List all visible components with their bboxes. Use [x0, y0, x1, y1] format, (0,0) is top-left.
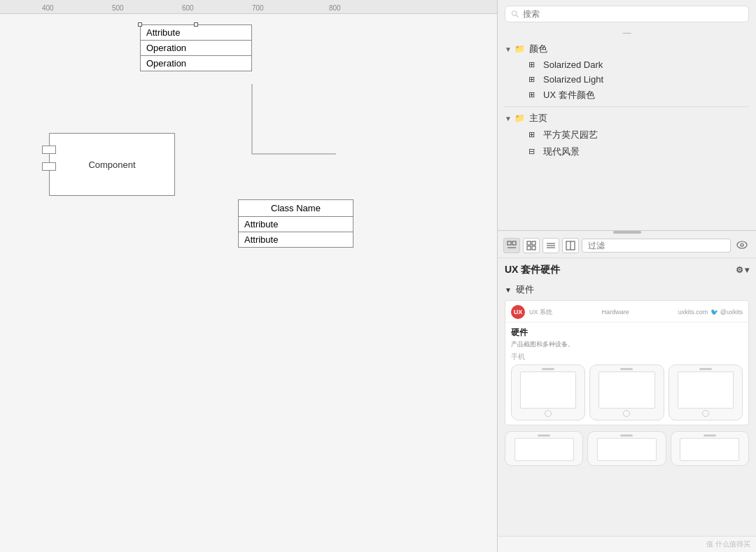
svg-line-3 [516, 15, 518, 17]
ruler-mark-600: 600 [182, 4, 194, 12]
filter-input-wrap[interactable] [582, 239, 731, 253]
tree-group-home-header[interactable]: ▼ 📁 主页 [505, 110, 749, 127]
handle-bc[interactable] [194, 22, 198, 27]
ux-card-links: uxkits.com 🐦 @uxkits [678, 309, 743, 316]
svg-rect-5 [512, 241, 516, 245]
svg-rect-10 [532, 246, 536, 250]
grid-icon-solarized-light: ⊞ [528, 75, 540, 85]
phone-mockup-1 [511, 365, 585, 420]
svg-point-17 [741, 243, 743, 246]
ux-subsection-hardware[interactable]: ▼ 硬件 [505, 283, 749, 296]
ruler-mark-700: 700 [252, 4, 264, 12]
class-name-header: Class Name [239, 200, 353, 217]
component-label: Component [88, 160, 135, 170]
tree-group-colors-header[interactable]: ▼ 📁 颜色 [505, 41, 749, 57]
phone-speaker-5 [620, 434, 633, 437]
grid-icon-ux-colors: ⊞ [528, 90, 540, 100]
phone-mockup-4 [505, 431, 583, 466]
canvas-content[interactable]: Attribute Operation Operation Compo [0, 14, 497, 552]
right-panel: — ▼ 📁 颜色 ⊞ Solarized Dark ⊞ Solarized Li… [497, 0, 756, 552]
ruler-mark-400: 400 [42, 4, 54, 12]
tree-group-colors: ▼ 📁 颜色 ⊞ Solarized Dark ⊞ Solarized Ligh… [505, 41, 749, 104]
grid-icon-modern: ⊟ [528, 147, 540, 157]
tree-arrow-colors: ▼ [505, 45, 514, 53]
ux-kit-content[interactable]: ▼ 硬件 UX UX 系统 Hardware uxkits.com 🐦 @uxk… [498, 279, 756, 536]
uml-attribute-label: Attribute [141, 25, 251, 41]
tree-item-solarized-dark[interactable]: ⊞ Solarized Dark [505, 57, 749, 72]
filter-btn-grid[interactable] [523, 238, 540, 253]
phone-mockup-5 [587, 431, 666, 466]
svg-rect-7 [527, 241, 531, 245]
tree-group-colors-label: 颜色 [529, 43, 547, 55]
ux-subsection-label: 硬件 [516, 283, 534, 296]
grid-icon-sqft: ⊞ [528, 130, 540, 140]
class-attribute-2: Attribute [239, 232, 353, 247]
search-icon [511, 10, 519, 18]
phone-speaker-4 [538, 434, 550, 437]
tree-item-ux-colors[interactable]: ⊞ UX 套件颜色 [505, 87, 749, 104]
canvas-area[interactable]: 400 500 600 700 800 Attribute Operation … [0, 0, 497, 552]
handle-br[interactable] [138, 22, 142, 27]
search-bar[interactable] [505, 6, 749, 22]
svg-point-16 [737, 241, 747, 248]
class-attribute-1: Attribute [239, 217, 353, 232]
phone-mockup-2 [589, 365, 664, 420]
phone-screen-1 [520, 371, 576, 409]
grid-icon-solarized-dark: ⊞ [528, 60, 540, 70]
phone-screen-6 [680, 438, 739, 461]
tree-item-modern-wind[interactable]: ⊟ 现代风景 [505, 143, 749, 160]
phone-mockup-grid-2 [505, 431, 749, 466]
tree-section: ▼ 📁 颜色 ⊞ Solarized Dark ⊞ Solarized Ligh… [505, 41, 749, 225]
filter-bar [498, 234, 756, 258]
tree-item-solarized-light[interactable]: ⊞ Solarized Light [505, 72, 749, 87]
ux-card-label-left: UX 系统 [529, 308, 552, 317]
arrange-icon [507, 241, 517, 250]
list-view-icon [546, 241, 556, 250]
svg-rect-9 [527, 246, 531, 250]
filter-btn-list[interactable] [542, 238, 559, 253]
folder-icon-home: 📁 [514, 113, 526, 123]
filter-input[interactable] [588, 241, 724, 250]
ux-card-subtitle: 手机 [511, 352, 743, 362]
tree-separator-1 [505, 106, 749, 107]
phone-home-1 [545, 410, 552, 417]
watermark: 值 什么值得买 [498, 536, 756, 552]
gear-icon: ⚙ [736, 265, 743, 275]
grid-view-icon [526, 241, 536, 250]
phone-mockup-3 [668, 365, 743, 420]
solarized-dark-label: Solarized Dark [543, 59, 603, 70]
eye-button[interactable] [734, 238, 750, 253]
canvas-svg [0, 14, 497, 552]
tree-group-home: ▼ 📁 主页 ⊞ 平方英尺园艺 ⊟ 现代风景 [505, 110, 749, 160]
ux-card-big-title: 硬件 [511, 327, 743, 339]
modern-wind-label: 现代风景 [543, 146, 580, 158]
ux-kit-section: UX 套件硬件 ⚙ ▾ ▼ 硬件 UX UX 系统 [498, 258, 756, 536]
filter-btn-arrange[interactable] [503, 238, 520, 253]
phone-home-3 [702, 410, 709, 417]
ruler-mark-800: 800 [329, 4, 341, 12]
tree-arrow-home: ▼ [505, 115, 514, 122]
ux-arrow-hardware: ▼ [505, 286, 512, 294]
filter-btn-split[interactable] [562, 238, 579, 253]
ux-card-logo: UX [511, 305, 525, 319]
svg-rect-4 [507, 241, 511, 245]
solarized-light-label: Solarized Light [543, 74, 603, 85]
phone-screen-3 [678, 371, 734, 409]
ux-card-title-area: UX UX 系统 [511, 305, 552, 319]
tree-item-sqft-garden[interactable]: ⊞ 平方英尺园艺 [505, 127, 749, 143]
svg-rect-8 [532, 241, 536, 245]
component-diagram[interactable]: Component [35, 133, 175, 196]
split-view-icon [566, 241, 575, 250]
uml-operation-2-label: Operation [141, 56, 251, 71]
phone-home-2 [623, 410, 630, 417]
scroll-indicator [613, 231, 641, 234]
ux-card-desc: 产品截图和多种设备。 [511, 340, 743, 349]
search-input[interactable] [523, 9, 743, 19]
ux-card-link2: 🐦 @uxkits [710, 309, 743, 316]
ux-preview-card[interactable]: UX UX 系统 Hardware uxkits.com 🐦 @uxkits 硬… [505, 300, 749, 425]
ux-card-label-hardware: Hardware [601, 309, 629, 316]
phone-screen-4 [514, 438, 574, 461]
eye-icon [736, 241, 748, 249]
gear-button[interactable]: ⚙ ▾ [736, 265, 749, 275]
phone-screen-5 [597, 438, 657, 461]
